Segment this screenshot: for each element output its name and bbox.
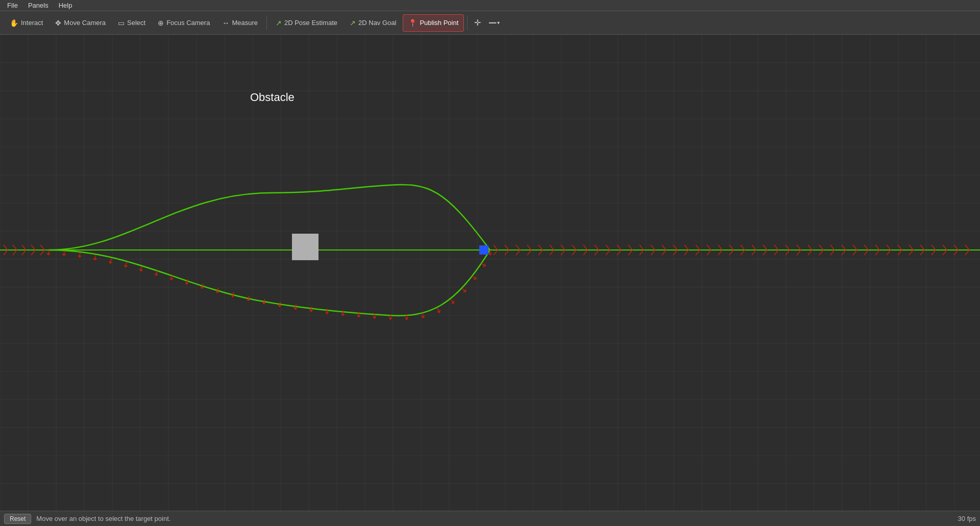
focus-camera-icon: ⊕ — [158, 19, 164, 27]
menubar: File Panels Help — [0, 0, 980, 11]
2d-nav-label: 2D Nav Goal — [358, 19, 396, 27]
tool-measure[interactable]: ↔ Measure — [216, 14, 263, 32]
publish-point-label: Publish Point — [420, 19, 458, 27]
dropdown-bar-icon: ━━ — [489, 19, 496, 27]
interact-label: Interact — [21, 19, 43, 27]
publish-point-icon: 📍 — [408, 19, 417, 27]
statusbar: Reset Move over an object to select the … — [0, 511, 980, 526]
tool-move-camera[interactable]: ✥ Move Camera — [50, 14, 111, 32]
2d-nav-icon: ↗ — [350, 19, 356, 27]
obstacle-box — [292, 234, 318, 260]
dropdown-arrow-icon: ▾ — [497, 20, 500, 26]
move-camera-label: Move Camera — [64, 19, 106, 27]
waypoint-marker — [479, 245, 488, 255]
measure-icon: ↔ — [222, 19, 229, 27]
2d-pose-label: 2D Pose Estimate — [284, 19, 337, 27]
tool-2d-nav-goal[interactable]: ↗ 2D Nav Goal — [344, 14, 402, 32]
menu-panels[interactable]: Panels — [24, 1, 53, 10]
dropdown-btn[interactable]: ━━ ▾ — [485, 14, 503, 32]
tool-focus-camera[interactable]: ⊕ Focus Camera — [152, 14, 215, 32]
focus-camera-label: Focus Camera — [166, 19, 210, 27]
reset-button[interactable]: Reset — [4, 514, 31, 524]
move-camera-icon: ✥ — [55, 19, 61, 27]
select-icon: ▭ — [118, 19, 125, 27]
viewport[interactable]: Obstacle Reset Move over an object to se… — [0, 35, 980, 526]
toolbar-separator-1 — [266, 16, 267, 30]
status-text: Move over an object to select the target… — [36, 515, 170, 522]
tool-publish-point[interactable]: 📍 Publish Point — [403, 14, 464, 32]
crosshair-btn[interactable]: ✛ — [471, 14, 484, 32]
tool-2d-pose-estimate[interactable]: ↗ 2D Pose Estimate — [270, 14, 343, 32]
crosshair-icon: ✛ — [474, 18, 481, 28]
measure-label: Measure — [232, 19, 258, 27]
grid-canvas — [0, 35, 980, 526]
menu-help[interactable]: Help — [55, 1, 77, 10]
tool-interact[interactable]: ✋ Interact — [4, 14, 48, 32]
interact-icon: ✋ — [10, 19, 18, 27]
toolbar: ✋ Interact ✥ Move Camera ▭ Select ⊕ Focu… — [0, 11, 980, 35]
2d-pose-icon: ↗ — [276, 19, 282, 27]
toolbar-separator-2 — [467, 16, 468, 30]
tool-select[interactable]: ▭ Select — [112, 14, 151, 32]
menu-file[interactable]: File — [3, 1, 22, 10]
select-label: Select — [127, 19, 145, 27]
fps-counter: 30 fps — [958, 515, 976, 522]
